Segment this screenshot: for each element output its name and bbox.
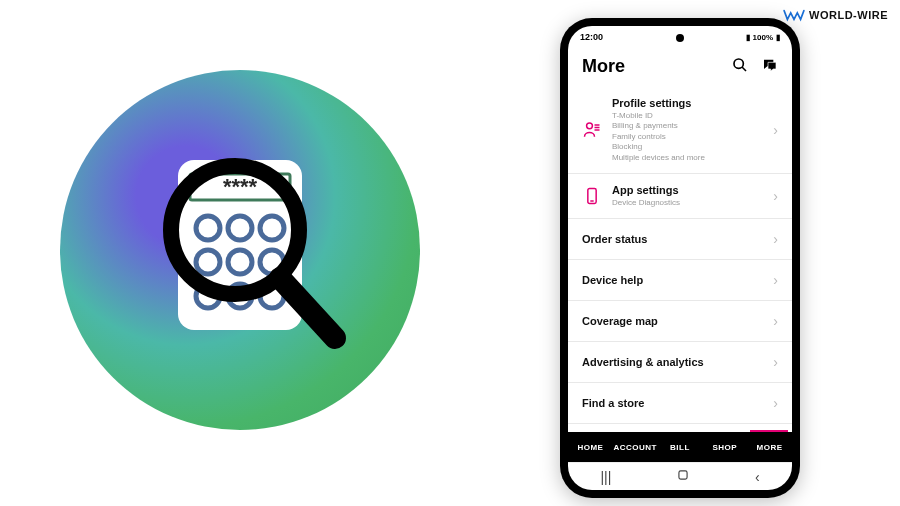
chevron-right-icon: › [773,272,778,288]
back-button[interactable]: ‹ [755,469,760,485]
search-icon[interactable] [732,57,748,77]
phone-frame: 12:00 ▮ 100% ▮ More [560,18,800,498]
row-sublines: Device Diagnostics [612,198,763,208]
svg-point-13 [734,59,743,68]
row-find-store[interactable]: Find a store› [568,383,792,424]
brand-text: WORLD-WIRE [809,9,888,21]
bottom-nav: HOME ACCOUNT BILL SHOP MORE [568,432,792,462]
row-title: App settings [612,184,763,196]
camera-cutout [676,34,684,42]
chevron-right-icon: › [773,354,778,370]
row-app-settings[interactable]: App settings Device Diagnostics › [568,174,792,219]
row-advertising-analytics[interactable]: Advertising & analytics› [568,342,792,383]
chevron-right-icon: › [773,313,778,329]
chevron-right-icon: › [773,231,778,247]
illustration-container: **** [60,70,420,430]
tab-bill[interactable]: BILL [658,443,703,452]
home-button[interactable] [676,468,690,485]
row-coverage-map[interactable]: Coverage map› [568,301,792,342]
brand-watermark: WORLD-WIRE [783,8,888,22]
tab-shop[interactable]: SHOP [702,443,747,452]
row-order-status[interactable]: Order status› [568,219,792,260]
chevron-right-icon: › [773,122,778,138]
gradient-circle: **** [60,70,420,430]
menu-list: Profile settings T-Mobile ID Billing & p… [568,87,792,432]
row-sublines: T-Mobile ID Billing & payments Family co… [612,111,763,163]
tab-account[interactable]: ACCOUNT [613,443,658,452]
recent-apps-button[interactable]: ||| [600,469,611,485]
phone-screen: 12:00 ▮ 100% ▮ More [568,26,792,490]
system-nav-bar: ||| ‹ [568,462,792,490]
chevron-right-icon: › [773,188,778,204]
svg-line-14 [742,67,746,71]
status-time: 12:00 [580,32,603,42]
battery-text: 100% [753,33,773,42]
chevron-right-icon: › [773,395,778,411]
pin-mask: **** [223,174,258,199]
battery-icon: ▮ [776,33,780,42]
page-title: More [582,56,625,77]
row-title: Profile settings [612,97,763,109]
tab-more[interactable]: MORE [747,443,792,452]
signal-icon: ▮ [746,33,750,42]
device-icon [582,186,602,206]
row-device-help[interactable]: Device help› [568,260,792,301]
keypad-magnifier-icon: **** [100,110,380,390]
chat-icon[interactable] [762,57,778,77]
svg-rect-20 [679,471,687,479]
profile-icon [582,120,602,140]
tab-home[interactable]: HOME [568,443,613,452]
svg-point-15 [587,123,593,129]
brand-logo-icon [783,8,805,22]
row-profile-settings[interactable]: Profile settings T-Mobile ID Billing & p… [568,87,792,174]
app-header: More [568,48,792,87]
